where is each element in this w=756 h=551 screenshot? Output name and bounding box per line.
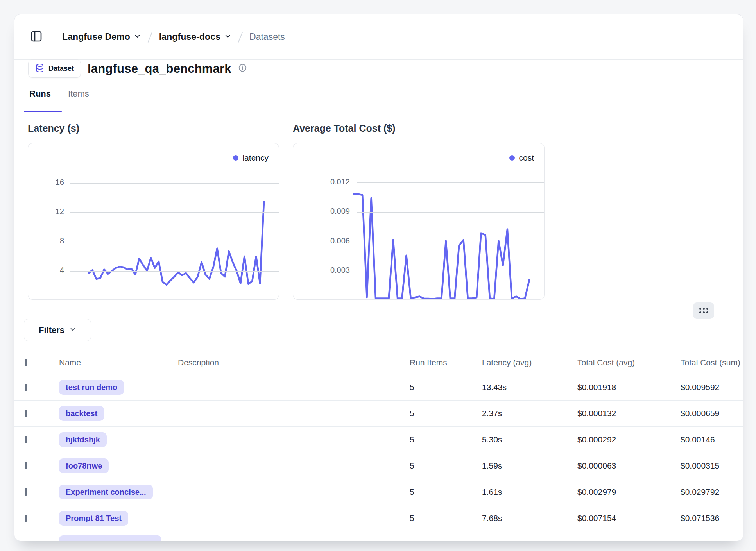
dataset-window: Langfuse Demo langfuse-docs Datasets <box>14 14 743 541</box>
page-title: langfuse_qa_benchmark <box>88 62 231 76</box>
breadcrumb-project-label: langfuse-docs <box>159 32 220 42</box>
run-items-value: 5 <box>410 487 414 496</box>
row-checkbox[interactable] <box>25 410 27 417</box>
chevron-down-icon <box>134 32 141 41</box>
table-header-row: Name Description Run Items Latency (avg)… <box>14 351 743 374</box>
run-items-value: 5 <box>410 383 414 392</box>
latency-avg-value: 7.68s <box>482 513 502 522</box>
chart-legend: cost <box>509 153 534 163</box>
column-header-latency-avg: Latency (avg) <box>482 358 532 367</box>
latency-avg-value: 1.61s <box>482 487 502 496</box>
row-checkbox[interactable] <box>25 384 27 391</box>
select-all-checkbox[interactable] <box>25 359 27 366</box>
breadcrumb-org[interactable]: Langfuse Demo <box>62 32 141 42</box>
total-cost-avg-value: $0.001918 <box>577 383 616 392</box>
run-items-value: 5 <box>410 435 414 444</box>
legend-label: latency <box>242 153 269 163</box>
legend-label: cost <box>519 153 534 163</box>
chart-legend: latency <box>233 153 269 163</box>
breadcrumb-separator <box>238 31 243 43</box>
table-row: Prompt 81 Test 5 7.68s $0.007154 $0.0715… <box>14 505 743 531</box>
column-header-total-cost-avg: Total Cost (avg) <box>577 358 635 367</box>
chart-title-cost: Average Total Cost ($) <box>293 123 396 134</box>
breadcrumb-org-label: Langfuse Demo <box>62 32 130 42</box>
run-name-pill[interactable]: Experiment concise... <box>59 485 153 499</box>
chart-title-latency: Latency (s) <box>28 123 79 134</box>
run-name-pill[interactable]: test run demo <box>59 380 124 395</box>
latency-avg-value: 2.37s <box>482 409 502 418</box>
latency-avg-value: 13.43s <box>482 383 507 392</box>
table-row: hjkfdshjk 5 5.30s $0.000292 $0.00146 <box>14 427 743 453</box>
runs-table: Name Description Run Items Latency (avg)… <box>14 351 743 541</box>
column-header-description: Description <box>178 358 219 367</box>
legend-dot-icon <box>509 155 515 161</box>
total-cost-sum-value: $0.000659 <box>681 409 719 418</box>
filters-button[interactable]: Filters <box>24 319 91 341</box>
total-cost-sum-value: $0.071536 <box>681 513 719 522</box>
row-checkbox[interactable] <box>25 488 27 496</box>
run-name-pill[interactable]: Prompt 81 Test <box>59 511 128 526</box>
column-header-run-items: Run Items <box>410 358 447 367</box>
filters-button-label: Filters <box>39 325 64 335</box>
cost-chart: cost 0.0030.0060.0090.012 <box>293 143 545 300</box>
row-checkbox[interactable] <box>25 436 27 443</box>
total-cost-avg-value: $0.007154 <box>577 513 616 522</box>
table-row-partial <box>14 531 743 541</box>
total-cost-avg-value: $0.000132 <box>577 409 616 418</box>
dataset-title-row: Dataset langfuse_qa_benchmark <box>28 59 247 78</box>
cost-line-plot <box>293 143 544 299</box>
active-tab-underline <box>24 111 62 112</box>
dataset-badge-label: Dataset <box>48 64 74 73</box>
breadcrumb: Langfuse Demo langfuse-docs Datasets <box>14 14 743 60</box>
breadcrumb-project[interactable]: langfuse-docs <box>159 32 231 42</box>
table-row: backtest 5 2.37s $0.000132 $0.000659 <box>14 401 743 427</box>
column-header-total-cost-sum: Total Cost (sum) <box>681 358 740 367</box>
latency-avg-value: 1.59s <box>482 461 502 470</box>
total-cost-avg-value: $0.000292 <box>577 435 616 444</box>
run-name-pill[interactable]: foo78riwe <box>59 458 109 473</box>
sidebar-toggle-button[interactable] <box>28 29 45 46</box>
run-name-pill[interactable] <box>59 535 161 541</box>
grip-dots-icon <box>699 308 708 313</box>
database-icon <box>35 63 45 74</box>
run-items-value: 5 <box>410 513 414 522</box>
column-header-name: Name <box>59 358 81 367</box>
table-row: test run demo 5 13.43s $0.001918 $0.0095… <box>14 374 743 401</box>
dataset-type-badge: Dataset <box>28 59 81 78</box>
total-cost-sum-value: $0.000315 <box>681 461 719 470</box>
run-name-pill[interactable]: hjkfdshjk <box>59 432 107 447</box>
run-name-pill[interactable]: backtest <box>59 406 104 421</box>
total-cost-sum-value: $0.00146 <box>681 435 715 444</box>
breadcrumb-separator <box>147 31 152 43</box>
section-divider <box>14 311 743 311</box>
info-icon[interactable] <box>238 63 247 74</box>
row-checkbox[interactable] <box>25 462 27 469</box>
row-checkbox[interactable] <box>25 515 27 522</box>
latency-chart: latency 481216 <box>28 143 279 300</box>
latency-avg-value: 5.30s <box>482 435 502 444</box>
breadcrumb-page-label[interactable]: Datasets <box>249 32 285 42</box>
total-cost-avg-value: $0.002979 <box>577 487 616 496</box>
latency-line-plot <box>28 143 279 299</box>
total-cost-avg-value: $0.000063 <box>577 461 616 470</box>
panel-left-icon <box>30 30 43 44</box>
tabs-divider <box>14 112 743 112</box>
tab-runs[interactable]: Runs <box>29 89 51 99</box>
chevron-down-icon <box>69 326 76 335</box>
total-cost-sum-value: $0.009592 <box>681 383 719 392</box>
table-row: Experiment concise... 5 1.61s $0.002979 … <box>14 479 743 505</box>
legend-dot-icon <box>233 155 238 161</box>
run-items-value: 5 <box>410 461 414 470</box>
tab-items[interactable]: Items <box>68 89 89 99</box>
resize-grip-handle[interactable] <box>693 302 714 319</box>
total-cost-sum-value: $0.029792 <box>681 487 719 496</box>
run-items-value: 5 <box>410 409 414 418</box>
table-row: foo78riwe 5 1.59s $0.000063 $0.000315 <box>14 453 743 479</box>
chevron-down-icon <box>224 32 231 41</box>
